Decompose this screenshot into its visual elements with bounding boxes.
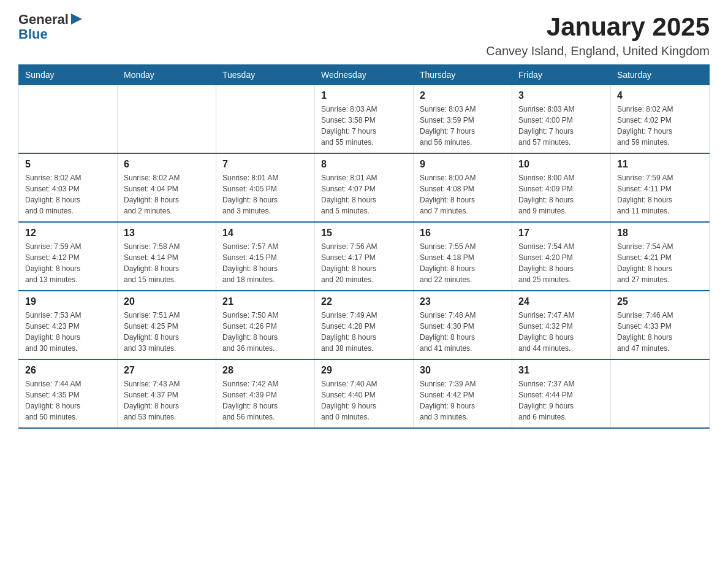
header-friday: Friday [512, 65, 611, 85]
day-info: Sunrise: 8:03 AMSunset: 4:00 PMDaylight:… [518, 104, 604, 148]
calendar-cell: 21Sunrise: 7:50 AMSunset: 4:26 PMDayligh… [216, 291, 315, 359]
day-number: 23 [420, 296, 506, 307]
calendar-cell: 30Sunrise: 7:39 AMSunset: 4:42 PMDayligh… [414, 359, 512, 428]
day-info: Sunrise: 8:02 AMSunset: 4:03 PMDaylight:… [25, 172, 111, 216]
calendar-cell: 15Sunrise: 7:56 AMSunset: 4:17 PMDayligh… [315, 222, 414, 291]
header-saturday: Saturday [611, 65, 710, 85]
page-header: General Blue January 2025 Canvey Island,… [18, 12, 710, 58]
calendar-cell: 4Sunrise: 8:02 AMSunset: 4:02 PMDaylight… [611, 85, 710, 154]
svg-marker-0 [71, 13, 82, 25]
header-monday: Monday [118, 65, 216, 85]
day-number: 14 [222, 228, 308, 239]
day-info: Sunrise: 7:53 AMSunset: 4:23 PMDaylight:… [25, 310, 111, 354]
day-info: Sunrise: 8:00 AMSunset: 4:09 PMDaylight:… [518, 172, 604, 216]
calendar-cell: 7Sunrise: 8:01 AMSunset: 4:05 PMDaylight… [216, 153, 315, 222]
calendar-cell [118, 85, 216, 154]
day-info: Sunrise: 7:39 AMSunset: 4:42 PMDaylight:… [420, 378, 506, 423]
day-number: 1 [321, 90, 407, 101]
day-info: Sunrise: 8:00 AMSunset: 4:08 PMDaylight:… [420, 172, 506, 216]
day-info: Sunrise: 7:55 AMSunset: 4:18 PMDaylight:… [420, 241, 506, 285]
day-number: 25 [617, 296, 703, 307]
calendar-cell: 25Sunrise: 7:46 AMSunset: 4:33 PMDayligh… [611, 291, 710, 359]
day-info: Sunrise: 7:37 AMSunset: 4:44 PMDaylight:… [518, 378, 604, 423]
day-info: Sunrise: 7:51 AMSunset: 4:25 PMDaylight:… [124, 310, 210, 354]
day-number: 27 [124, 365, 210, 376]
day-info: Sunrise: 8:01 AMSunset: 4:07 PMDaylight:… [321, 172, 407, 216]
day-number: 11 [617, 159, 703, 170]
day-number: 31 [518, 365, 604, 376]
calendar-cell: 1Sunrise: 8:03 AMSunset: 3:58 PMDaylight… [315, 85, 414, 154]
calendar-cell: 6Sunrise: 8:02 AMSunset: 4:04 PMDaylight… [118, 153, 216, 222]
calendar-cell: 23Sunrise: 7:48 AMSunset: 4:30 PMDayligh… [414, 291, 512, 359]
calendar-cell: 11Sunrise: 7:59 AMSunset: 4:11 PMDayligh… [611, 153, 710, 222]
calendar-cell: 3Sunrise: 8:03 AMSunset: 4:00 PMDaylight… [512, 85, 611, 154]
day-info: Sunrise: 7:48 AMSunset: 4:30 PMDaylight:… [420, 310, 506, 354]
calendar-cell: 29Sunrise: 7:40 AMSunset: 4:40 PMDayligh… [315, 359, 414, 428]
day-number: 24 [518, 296, 604, 307]
day-info: Sunrise: 7:46 AMSunset: 4:33 PMDaylight:… [617, 310, 703, 354]
day-number: 16 [420, 228, 506, 239]
calendar-cell: 10Sunrise: 8:00 AMSunset: 4:09 PMDayligh… [512, 153, 611, 222]
day-number: 12 [25, 228, 111, 239]
calendar-cell [19, 85, 118, 154]
header-wednesday: Wednesday [315, 65, 414, 85]
day-info: Sunrise: 7:54 AMSunset: 4:20 PMDaylight:… [518, 241, 604, 285]
day-number: 18 [617, 228, 703, 239]
calendar-cell: 9Sunrise: 8:00 AMSunset: 4:08 PMDaylight… [414, 153, 512, 222]
calendar-cell: 2Sunrise: 8:03 AMSunset: 3:59 PMDaylight… [414, 85, 512, 154]
logo-arrow-icon [71, 13, 82, 25]
header-tuesday: Tuesday [216, 65, 315, 85]
calendar-cell: 12Sunrise: 7:59 AMSunset: 4:12 PMDayligh… [19, 222, 118, 291]
day-number: 2 [420, 90, 506, 101]
week-row-2: 5Sunrise: 8:02 AMSunset: 4:03 PMDaylight… [19, 153, 710, 222]
day-number: 5 [25, 159, 111, 170]
day-info: Sunrise: 8:02 AMSunset: 4:04 PMDaylight:… [124, 172, 210, 216]
day-info: Sunrise: 8:03 AMSunset: 3:59 PMDaylight:… [420, 104, 506, 148]
calendar-cell: 22Sunrise: 7:49 AMSunset: 4:28 PMDayligh… [315, 291, 414, 359]
calendar-cell: 13Sunrise: 7:58 AMSunset: 4:14 PMDayligh… [118, 222, 216, 291]
day-info: Sunrise: 7:42 AMSunset: 4:39 PMDaylight:… [222, 378, 308, 423]
day-info: Sunrise: 7:47 AMSunset: 4:32 PMDaylight:… [518, 310, 604, 354]
calendar-cell: 14Sunrise: 7:57 AMSunset: 4:15 PMDayligh… [216, 222, 315, 291]
day-info: Sunrise: 7:59 AMSunset: 4:12 PMDaylight:… [25, 241, 111, 285]
subtitle: Canvey Island, England, United Kingdom [486, 44, 710, 58]
day-number: 30 [420, 365, 506, 376]
logo-blue-text: Blue [18, 27, 82, 42]
day-info: Sunrise: 8:02 AMSunset: 4:02 PMDaylight:… [617, 104, 703, 148]
day-number: 7 [222, 159, 308, 170]
day-number: 28 [222, 365, 308, 376]
day-info: Sunrise: 7:44 AMSunset: 4:35 PMDaylight:… [25, 378, 111, 423]
week-row-3: 12Sunrise: 7:59 AMSunset: 4:12 PMDayligh… [19, 222, 710, 291]
header-sunday: Sunday [19, 65, 118, 85]
day-number: 22 [321, 296, 407, 307]
day-number: 4 [617, 90, 703, 101]
calendar-cell: 27Sunrise: 7:43 AMSunset: 4:37 PMDayligh… [118, 359, 216, 428]
day-info: Sunrise: 7:58 AMSunset: 4:14 PMDaylight:… [124, 241, 210, 285]
day-number: 3 [518, 90, 604, 101]
day-info: Sunrise: 7:59 AMSunset: 4:11 PMDaylight:… [617, 172, 703, 216]
day-number: 13 [124, 228, 210, 239]
day-info: Sunrise: 8:01 AMSunset: 4:05 PMDaylight:… [222, 172, 308, 216]
day-number: 17 [518, 228, 604, 239]
day-number: 10 [518, 159, 604, 170]
calendar-cell: 31Sunrise: 7:37 AMSunset: 4:44 PMDayligh… [512, 359, 611, 428]
day-info: Sunrise: 8:03 AMSunset: 3:58 PMDaylight:… [321, 104, 407, 148]
calendar-header-row: SundayMondayTuesdayWednesdayThursdayFrid… [19, 65, 710, 85]
week-row-5: 26Sunrise: 7:44 AMSunset: 4:35 PMDayligh… [19, 359, 710, 428]
day-info: Sunrise: 7:57 AMSunset: 4:15 PMDaylight:… [222, 241, 308, 285]
header-thursday: Thursday [414, 65, 512, 85]
calendar-cell: 8Sunrise: 8:01 AMSunset: 4:07 PMDaylight… [315, 153, 414, 222]
day-number: 8 [321, 159, 407, 170]
calendar-cell: 5Sunrise: 8:02 AMSunset: 4:03 PMDaylight… [19, 153, 118, 222]
calendar-cell: 20Sunrise: 7:51 AMSunset: 4:25 PMDayligh… [118, 291, 216, 359]
day-number: 6 [124, 159, 210, 170]
calendar-cell: 24Sunrise: 7:47 AMSunset: 4:32 PMDayligh… [512, 291, 611, 359]
day-number: 15 [321, 228, 407, 239]
day-info: Sunrise: 7:54 AMSunset: 4:21 PMDaylight:… [617, 241, 703, 285]
day-number: 21 [222, 296, 308, 307]
day-info: Sunrise: 7:49 AMSunset: 4:28 PMDaylight:… [321, 310, 407, 354]
calendar-cell: 19Sunrise: 7:53 AMSunset: 4:23 PMDayligh… [19, 291, 118, 359]
day-info: Sunrise: 7:43 AMSunset: 4:37 PMDaylight:… [124, 378, 210, 423]
calendar-cell: 18Sunrise: 7:54 AMSunset: 4:21 PMDayligh… [611, 222, 710, 291]
day-number: 19 [25, 296, 111, 307]
